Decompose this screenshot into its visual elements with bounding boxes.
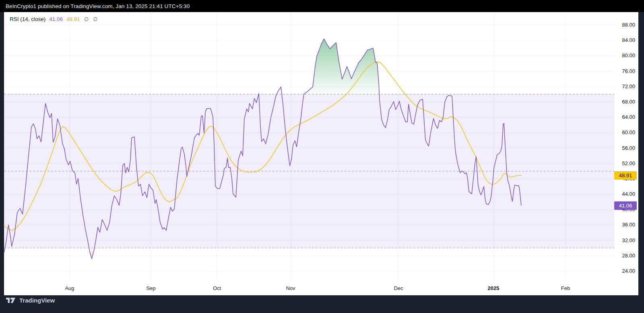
- y-axis-label: 28.00: [614, 253, 635, 259]
- attribution-bar: BeInCrypto1 published on TradingView.com…: [0, 0, 644, 12]
- hidden-source-icon[interactable]: ∅: [84, 16, 89, 23]
- price-badge-ma: 48.91: [614, 171, 637, 180]
- rsi-chart-canvas[interactable]: [0, 0, 644, 313]
- tradingview-mark-icon: [6, 296, 16, 304]
- y-axis-label: 72.00: [614, 83, 635, 90]
- x-axis-label: Feb: [553, 285, 578, 292]
- x-axis-label: Nov: [278, 285, 303, 292]
- tradingview-logo-text: TradingView: [19, 297, 55, 304]
- y-axis-label: 56.00: [614, 145, 635, 151]
- x-axis-label: Oct: [204, 285, 230, 292]
- x-axis-label: Dec: [386, 285, 411, 292]
- y-axis-label: 60.00: [614, 129, 635, 136]
- legend-title: RSI (14, close): [10, 16, 45, 23]
- legend-ma-value: 48.91: [66, 16, 80, 23]
- x-axis-label: 2025: [481, 285, 506, 292]
- tradingview-logo[interactable]: TradingView: [6, 296, 55, 304]
- y-axis-label: 88.00: [614, 22, 635, 28]
- attribution-text: BeInCrypto1 published on TradingView.com…: [0, 3, 190, 9]
- y-axis-label: 68.00: [614, 99, 635, 105]
- y-axis-label: 32.00: [614, 237, 635, 244]
- tradingview-snapshot: BeInCrypto1 published on TradingView.com…: [0, 0, 644, 313]
- y-axis-label: 44.00: [614, 191, 635, 197]
- x-axis-label: Aug: [57, 285, 83, 292]
- price-badge-rsi: 41.06: [614, 201, 637, 210]
- y-axis-label: 84.00: [614, 37, 635, 44]
- y-axis-label: 80.00: [614, 52, 635, 59]
- y-axis-label: 24.00: [614, 268, 635, 274]
- y-axis-label: 76.00: [614, 68, 635, 75]
- x-axis-label: Sep: [138, 285, 164, 292]
- indicator-legend: RSI (14, close) 41.06 48.91 ∅ ∅: [10, 16, 98, 23]
- hidden-source-icon[interactable]: ∅: [93, 16, 98, 23]
- y-axis-label: 64.00: [614, 114, 635, 120]
- legend-rsi-value: 41.06: [49, 16, 63, 23]
- y-axis-label: 36.00: [614, 222, 635, 228]
- y-axis-label: 52.00: [614, 160, 635, 167]
